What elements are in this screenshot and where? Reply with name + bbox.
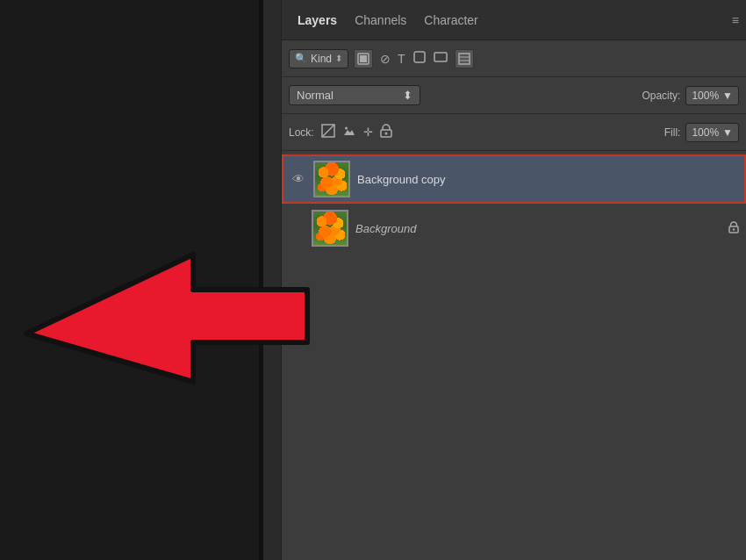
blend-arrow-icon: ⬍ [403,89,412,102]
opacity-label: Opacity: [642,90,680,102]
svg-rect-3 [434,53,447,61]
svg-rect-1 [360,55,367,62]
filter-color-icon[interactable] [455,49,474,68]
fill-arrow-icon: ▼ [722,126,733,139]
filter-pixel-icon[interactable] [354,49,373,68]
layer-name: Background [355,222,721,235]
search-icon: 🔍 [295,53,307,64]
blend-mode-dropdown[interactable]: Normal ⬍ [289,85,420,105]
layer-item-background-copy[interactable]: 👁 Background copy [282,154,746,204]
layer-visibility-icon[interactable]: 👁 [291,172,306,186]
svg-rect-4 [459,54,470,64]
kind-arrow-icon: ⬍ [335,54,342,63]
blend-mode-row: Normal ⬍ Opacity: 100% ▼ [282,77,746,114]
lock-row: Lock: ✛ [282,114,746,151]
layer-visibility-icon[interactable]: 👁 [289,221,305,235]
opacity-section: Opacity: 100% ▼ [642,86,739,105]
tabs-row: Layers Channels Character ≡ [282,0,746,40]
left-panel [0,0,263,560]
opacity-input[interactable]: 100% ▼ [685,86,739,105]
layer-item-background[interactable]: 👁 Background [282,204,746,253]
tab-channels[interactable]: Channels [346,6,415,34]
kind-dropdown[interactable]: 🔍 Kind ⬍ [289,49,348,68]
filter-type-icon[interactable]: T [398,52,405,66]
tab-layers[interactable]: Layers [289,6,346,34]
fill-label: Fill: [664,126,681,139]
svg-point-13 [733,228,735,230]
layers-list: 👁 Background copy 👁 Background [282,151,746,256]
lock-image-icon[interactable] [342,124,356,140]
kind-row: 🔍 Kind ⬍ ⊘ T [282,40,746,77]
svg-line-8 [322,125,334,137]
thumbnail-image [315,162,348,196]
panel-divider [259,0,262,560]
fill-value-text: 100% [692,126,719,139]
lock-position-icon[interactable]: ✛ [363,126,373,139]
lock-transparent-icon[interactable] [321,124,335,140]
fill-section: Fill: 100% ▼ [664,123,739,142]
panel-menu-icon[interactable]: ≡ [732,13,739,27]
layer-lock-icon [728,221,739,236]
lock-label: Lock: [289,126,314,139]
layer-thumbnail [312,210,348,247]
svg-point-9 [345,127,348,130]
filter-shape-icon[interactable] [412,50,427,67]
opacity-arrow-icon: ▼ [722,90,733,102]
opacity-value-text: 100% [692,90,719,102]
kind-label: Kind [311,53,332,65]
filter-adjustment-icon[interactable]: ⊘ [380,52,391,66]
lock-icons-group: ✛ [321,124,392,140]
layer-name: Background copy [357,173,737,186]
lock-all-icon[interactable] [380,124,392,140]
layers-panel: Layers Channels Character ≡ 🔍 Kind ⬍ ⊘ T [281,0,746,560]
svg-point-11 [384,133,387,135]
filter-smart-icon[interactable] [434,50,448,67]
svg-rect-2 [414,52,425,62]
layer-thumbnail [313,161,350,197]
blend-mode-value: Normal [297,89,334,102]
fill-input[interactable]: 100% ▼ [685,123,739,142]
tab-character[interactable]: Character [415,6,486,34]
filter-icons-group: ⊘ T [354,49,474,68]
thumbnail-image [313,212,347,245]
